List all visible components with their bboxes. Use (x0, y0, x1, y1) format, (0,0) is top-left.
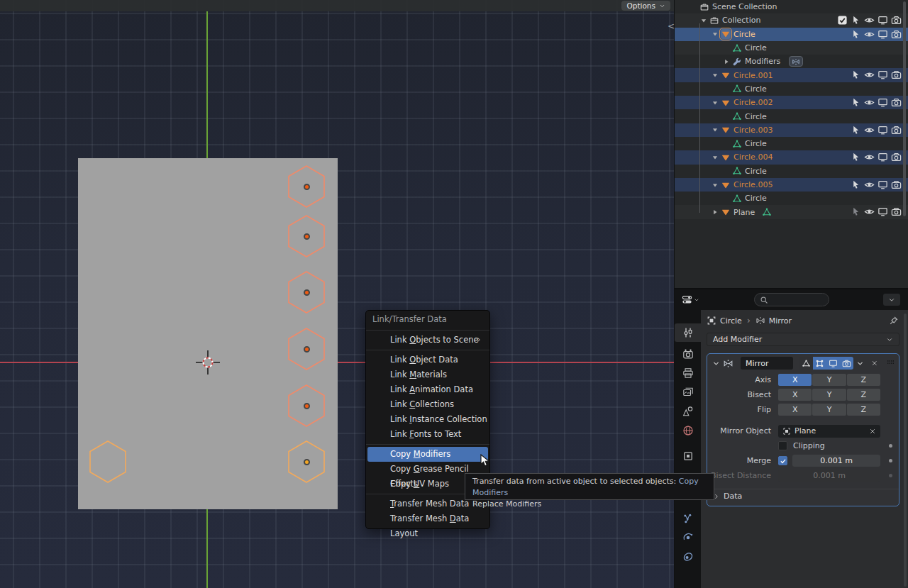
expand-open-icon[interactable] (712, 30, 719, 38)
outliner-row-circle-003[interactable]: Circle.003 (675, 123, 908, 137)
bisect-x-button[interactable]: X (778, 389, 812, 401)
modifier-drag-grip-icon[interactable] (887, 360, 895, 367)
expand-open-icon[interactable] (712, 154, 719, 161)
display-toggle-camera[interactable] (840, 357, 853, 370)
monitor-toggle-icon[interactable] (877, 29, 888, 40)
camera-toggle-icon[interactable] (891, 179, 902, 190)
outliner-row-circle[interactable]: Circle (675, 41, 908, 55)
eye-toggle-icon[interactable] (864, 179, 875, 190)
outliner-scrollbar[interactable] (903, 1, 906, 216)
breadcrumb-object[interactable]: Circle (720, 316, 742, 326)
bisect-y-button[interactable]: Y (812, 389, 846, 401)
expand-open-icon[interactable] (712, 126, 719, 133)
monitor-toggle-icon[interactable] (877, 97, 888, 108)
camera-toggle-icon[interactable] (891, 15, 902, 26)
eye-toggle-icon[interactable] (864, 125, 875, 135)
properties-menu-button[interactable] (883, 294, 900, 306)
tab-data[interactable] (675, 567, 701, 585)
outliner-row-circle[interactable]: Circle (675, 82, 908, 96)
outliner-row-plane[interactable]: Plane (675, 205, 908, 218)
sidebar-toggle-arrow[interactable]: < (668, 21, 675, 31)
outliner-row-circle-001[interactable]: Circle.001 (675, 68, 908, 82)
tab-physics[interactable] (675, 528, 701, 547)
outliner-row-circle[interactable]: Circle (675, 165, 908, 178)
pointer-toggle-icon[interactable] (851, 152, 861, 162)
eye-toggle-icon[interactable] (864, 97, 875, 108)
eye-toggle-icon[interactable] (864, 70, 875, 80)
camera-toggle-icon[interactable] (891, 152, 902, 162)
pointer-toggle-icon[interactable] (851, 29, 861, 40)
expand-open-icon[interactable] (712, 182, 719, 189)
decorator-dot[interactable] (889, 459, 892, 462)
expand-open-icon[interactable] (712, 99, 719, 106)
expand-closed-icon[interactable] (723, 58, 730, 65)
merge-checkbox[interactable] (778, 456, 787, 465)
tab-particles[interactable] (675, 509, 701, 528)
tab-constraints[interactable] (675, 548, 701, 566)
tab-object[interactable] (675, 447, 701, 465)
outliner-row-circle[interactable]: Circle (675, 137, 908, 150)
bisect-z-button[interactable]: Z (847, 389, 880, 401)
eye-toggle-icon[interactable] (864, 15, 875, 26)
outliner-row-circle-002[interactable]: Circle.002 (675, 96, 908, 109)
axis-z-button[interactable]: Z (847, 374, 880, 386)
clear-object-icon[interactable] (869, 428, 876, 435)
menu-item-link-object-data[interactable]: Link Object Data (367, 353, 488, 367)
eye-toggle-icon[interactable] (864, 206, 875, 217)
pointer-toggle-icon[interactable] (851, 179, 861, 190)
pin-icon[interactable] (889, 316, 899, 326)
data-subpanel-header[interactable]: Data (707, 489, 899, 503)
tab-viewlayer[interactable] (675, 383, 701, 401)
tab-scene[interactable] (675, 402, 701, 421)
axis-x-button[interactable]: X (778, 374, 812, 386)
tab-render[interactable] (675, 345, 701, 363)
monitor-toggle-icon[interactable] (877, 70, 888, 80)
monitor-toggle-icon[interactable] (877, 125, 888, 135)
mirror-object-field[interactable]: Plane (778, 425, 880, 438)
mirror-modifier-badge[interactable] (789, 56, 803, 67)
tab-world[interactable] (675, 421, 701, 440)
menu-item-link-animation-data[interactable]: Link Animation Data (367, 382, 488, 397)
camera-toggle-icon[interactable] (891, 70, 902, 80)
add-modifier-dropdown[interactable]: Add Modifier (707, 333, 899, 346)
expand-open-icon[interactable] (712, 72, 719, 79)
outliner-row-circle[interactable]: Circle (675, 192, 908, 205)
tab-tool[interactable] (675, 323, 701, 342)
pointer-toggle-icon[interactable] (851, 206, 861, 217)
axis-y-button[interactable]: Y (812, 374, 846, 386)
decorator-dot[interactable] (889, 444, 892, 448)
monitor-toggle-icon[interactable] (877, 15, 888, 26)
camera-toggle-icon[interactable] (891, 206, 902, 217)
outliner-row-modifiers[interactable]: Modifiers (675, 55, 908, 68)
monitor-toggle-icon[interactable] (877, 206, 888, 217)
tab-output[interactable] (675, 364, 701, 382)
camera-toggle-icon[interactable] (891, 29, 902, 40)
pointer-toggle-icon[interactable] (851, 15, 861, 26)
outliner-row-scene-collection[interactable]: Scene Collection (675, 0, 908, 13)
options-button[interactable]: Options (621, 1, 670, 11)
monitor-toggle-icon[interactable] (877, 179, 888, 190)
merge-threshold-field[interactable]: 0.001 m (792, 455, 880, 467)
menu-item-link-fonts-to-text[interactable]: Link Fonts to Text (367, 427, 488, 442)
flip-x-button[interactable]: X (778, 404, 812, 416)
tab-material[interactable] (675, 584, 701, 588)
pointer-toggle-icon[interactable] (851, 70, 861, 80)
menu-item-link-materials[interactable]: Link Materials (367, 367, 488, 382)
collapse-chevron-icon[interactable] (712, 360, 720, 367)
expand-open-icon[interactable] (700, 17, 707, 24)
eye-toggle-icon[interactable] (864, 29, 875, 40)
eye-toggle-icon[interactable] (864, 152, 875, 162)
properties-search-input[interactable] (754, 293, 829, 306)
menu-item-link-objects-to-scene[interactable]: Link Objects to Scene (367, 333, 488, 348)
display-toggle-monitor[interactable] (826, 357, 840, 370)
pointer-toggle-icon[interactable] (851, 97, 861, 108)
camera-toggle-icon[interactable] (891, 125, 902, 135)
circle-object-active[interactable] (88, 439, 128, 484)
display-toggle-editmode[interactable] (813, 357, 826, 370)
flip-z-button[interactable]: Z (847, 404, 880, 416)
menu-item-copy-modifiers[interactable]: Copy Modifiers (367, 447, 488, 462)
modifier-name-field[interactable]: Mirror (741, 357, 793, 370)
outliner-row-circle[interactable]: Circle (675, 109, 908, 123)
pointer-toggle-icon[interactable] (851, 125, 861, 135)
breadcrumb-modifier[interactable]: Mirror (769, 316, 792, 326)
